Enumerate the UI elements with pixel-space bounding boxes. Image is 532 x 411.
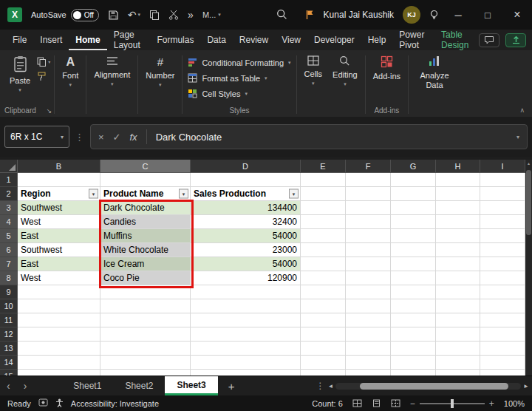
search-icon[interactable] bbox=[276, 9, 287, 20]
conditional-formatting-button[interactable]: Conditional Formatting ▾ bbox=[188, 56, 290, 69]
cell-D10[interactable] bbox=[191, 299, 301, 313]
cell-B9[interactable] bbox=[18, 285, 100, 299]
cell-G1[interactable] bbox=[391, 173, 436, 187]
cell-E10[interactable] bbox=[301, 299, 346, 313]
column-header-H[interactable]: H bbox=[436, 160, 480, 173]
cell-F11[interactable] bbox=[346, 313, 391, 327]
minimize-button[interactable]: ─ bbox=[448, 10, 468, 21]
cell-I2[interactable] bbox=[480, 187, 525, 201]
cell-I12[interactable] bbox=[480, 327, 525, 342]
cell-G3[interactable] bbox=[391, 201, 436, 215]
cell-C9[interactable] bbox=[100, 285, 191, 299]
copy-small-icon[interactable]: ▾ bbox=[37, 57, 50, 67]
row-header-11[interactable]: 11 bbox=[0, 313, 18, 327]
cell-C2[interactable]: Product Name▼ bbox=[100, 187, 191, 201]
cell-F1[interactable] bbox=[346, 173, 391, 187]
cell-C4[interactable]: Candies bbox=[100, 215, 191, 229]
menu-item-table-design[interactable]: Table Design bbox=[434, 30, 479, 50]
macro-record-icon[interactable] bbox=[38, 398, 48, 408]
cell-G6[interactable] bbox=[391, 243, 436, 257]
lightbulb-icon[interactable] bbox=[429, 10, 439, 21]
avatar[interactable]: KJ bbox=[403, 6, 420, 24]
comments-button[interactable] bbox=[479, 33, 499, 47]
cell-F8[interactable] bbox=[346, 271, 391, 285]
cell-C11[interactable] bbox=[100, 313, 191, 327]
cell-H4[interactable] bbox=[436, 215, 480, 229]
select-all-corner[interactable] bbox=[0, 160, 18, 173]
save-icon[interactable] bbox=[108, 10, 119, 21]
menu-item-page-layout[interactable]: Page Layout bbox=[107, 30, 151, 50]
row-header-6[interactable]: 6 bbox=[0, 243, 18, 257]
zoom-level[interactable]: 100% bbox=[504, 399, 525, 408]
cell-C3[interactable]: Dark Chocolate bbox=[100, 201, 191, 215]
cell-I5[interactable] bbox=[480, 229, 525, 243]
collapse-ribbon-icon[interactable]: ∧ bbox=[519, 106, 525, 114]
sheet-nav-right-icon[interactable]: › bbox=[17, 376, 34, 395]
cut-icon[interactable] bbox=[168, 10, 179, 20]
cell-B5[interactable]: East bbox=[18, 229, 100, 243]
vertical-scrollbar[interactable]: ▴ bbox=[525, 160, 532, 376]
cell-H11[interactable] bbox=[436, 313, 480, 327]
close-button[interactable]: × bbox=[507, 8, 528, 21]
vertical-scrollbar-thumb[interactable] bbox=[526, 170, 531, 235]
cell-H10[interactable] bbox=[436, 299, 480, 313]
cell-D12[interactable] bbox=[191, 327, 301, 342]
cell-E12[interactable] bbox=[301, 327, 346, 342]
cell-E1[interactable] bbox=[301, 173, 346, 187]
cell-E5[interactable] bbox=[301, 229, 346, 243]
cell-E14[interactable] bbox=[301, 356, 346, 370]
cells-button[interactable]: Cells ▾ bbox=[299, 52, 327, 117]
cell-G4[interactable] bbox=[391, 215, 436, 229]
page-break-view-icon[interactable] bbox=[391, 399, 400, 407]
menu-item-power-pivot[interactable]: Power Pivot bbox=[392, 30, 434, 50]
cell-E7[interactable] bbox=[301, 257, 346, 271]
add-sheet-button[interactable]: + bbox=[218, 376, 245, 395]
cell-B6[interactable]: Southwest bbox=[18, 243, 100, 257]
cell-D6[interactable]: 23000 bbox=[191, 243, 301, 257]
cell-G15[interactable] bbox=[391, 370, 436, 376]
cell-C13[interactable] bbox=[100, 342, 191, 356]
cell-E3[interactable] bbox=[301, 201, 346, 215]
cell-I15[interactable] bbox=[480, 370, 525, 376]
cell-B13[interactable] bbox=[18, 342, 100, 356]
quick-access-menu[interactable]: M... ▾ bbox=[202, 10, 221, 19]
cell-F6[interactable] bbox=[346, 243, 391, 257]
cell-F4[interactable] bbox=[346, 215, 391, 229]
cell-E8[interactable] bbox=[301, 271, 346, 285]
cell-I9[interactable] bbox=[480, 285, 525, 299]
cell-E15[interactable] bbox=[301, 370, 346, 376]
menu-item-review[interactable]: Review bbox=[233, 30, 275, 50]
cell-I11[interactable] bbox=[480, 313, 525, 327]
menu-item-data[interactable]: Data bbox=[200, 30, 232, 50]
cell-B8[interactable]: West bbox=[18, 271, 100, 285]
menu-item-home[interactable]: Home bbox=[69, 30, 106, 50]
clipboard-dialog-launcher[interactable]: ↘ bbox=[47, 107, 52, 115]
cell-D15[interactable] bbox=[191, 370, 301, 376]
editing-button[interactable]: Editing ▾ bbox=[327, 52, 363, 117]
column-header-D[interactable]: D bbox=[191, 160, 301, 173]
menu-item-view[interactable]: View bbox=[275, 30, 307, 50]
cell-C8[interactable]: Coco Pie bbox=[100, 271, 191, 285]
horizontal-scrollbar-track[interactable] bbox=[335, 383, 521, 390]
accessibility-status[interactable]: Accessibility: Investigate bbox=[71, 399, 159, 408]
zoom-out-icon[interactable]: − bbox=[410, 398, 415, 409]
cell-H9[interactable] bbox=[436, 285, 480, 299]
expand-formula-bar-icon[interactable]: ▾ bbox=[516, 134, 519, 140]
sheet-nav-left-icon[interactable]: ‹ bbox=[0, 376, 17, 395]
addins-button[interactable]: Add-ins bbox=[368, 52, 406, 81]
row-header-8[interactable]: 8 bbox=[0, 271, 18, 285]
cell-C15[interactable] bbox=[100, 370, 191, 376]
cell-E11[interactable] bbox=[301, 313, 346, 327]
column-header-B[interactable]: B bbox=[18, 160, 100, 173]
row-header-3[interactable]: 3 bbox=[0, 201, 18, 215]
cell-F15[interactable] bbox=[346, 370, 391, 376]
alignment-button[interactable]: Alignment ▾ bbox=[89, 52, 135, 117]
row-header-15[interactable]: 15 bbox=[0, 370, 18, 376]
cell-H14[interactable] bbox=[436, 356, 480, 370]
cell-I10[interactable] bbox=[480, 299, 525, 313]
scroll-up-icon[interactable]: ▴ bbox=[525, 160, 532, 166]
cell-H1[interactable] bbox=[436, 173, 480, 187]
sheet-options-icon[interactable]: ⋮ bbox=[316, 376, 325, 395]
cell-D11[interactable] bbox=[191, 313, 301, 327]
cell-F13[interactable] bbox=[346, 342, 391, 356]
